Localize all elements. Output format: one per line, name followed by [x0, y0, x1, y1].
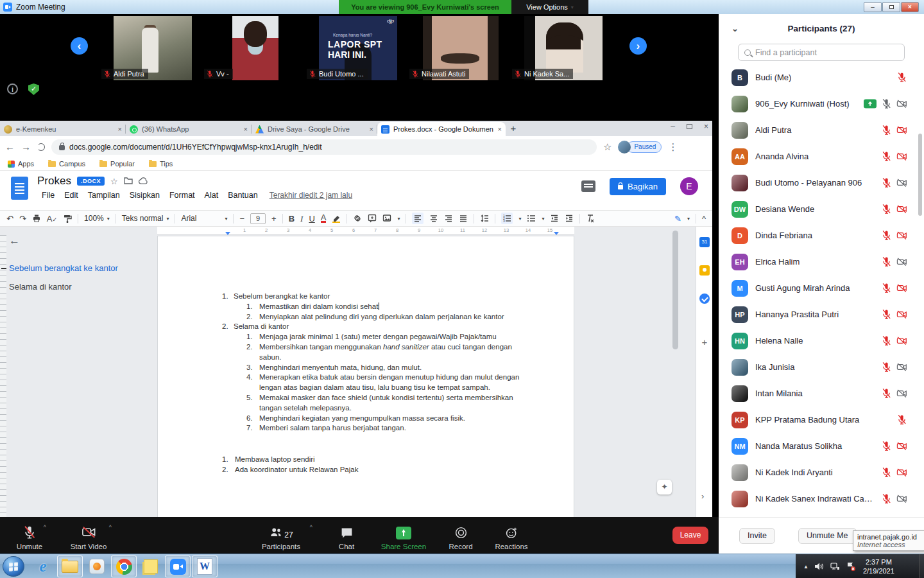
participant-row[interactable]: Aldi Putra — [719, 117, 915, 143]
add-comment-icon[interactable] — [368, 214, 377, 223]
cloud-status-icon[interactable] — [139, 177, 148, 186]
chat-button[interactable]: Chat — [329, 523, 364, 550]
taskbar-media-player[interactable] — [84, 556, 110, 577]
video-tile[interactable]: djp Kenapa harus Nanti? LAPOR SPT HARI I… — [101, 16, 204, 80]
align-center-icon[interactable] — [429, 214, 438, 223]
taskbar-sticky-notes[interactable] — [138, 556, 164, 577]
browser-minimize-button[interactable]: – — [671, 122, 675, 131]
numbered-list-icon[interactable]: 123 — [501, 213, 513, 224]
decrease-indent-icon[interactable] — [550, 214, 559, 223]
bookmark-folder-campus[interactable]: Campus — [48, 160, 85, 168]
invite-button[interactable]: Invite — [739, 528, 775, 544]
bulleted-list-icon[interactable] — [527, 214, 536, 223]
increase-indent-icon[interactable] — [565, 214, 574, 223]
highlight-icon[interactable] — [332, 214, 341, 223]
italic-icon[interactable]: I — [300, 215, 303, 223]
address-bar[interactable]: docs.google.com/document/d/1UH6YEfCfYhpw… — [51, 139, 597, 155]
record-button[interactable]: Record — [441, 523, 480, 550]
participant-row[interactable]: M Gusti Agung Mirah Arinda — [719, 275, 915, 301]
taskbar-clock[interactable]: 2:37 PM 2/19/2021 — [863, 557, 894, 575]
encryption-shield-icon[interactable]: ✓ — [28, 83, 39, 95]
browser-tab[interactable]: e-Kemenkeu × — [0, 122, 126, 136]
menu-format[interactable]: Format — [165, 189, 200, 202]
start-button[interactable] — [3, 556, 24, 577]
bookmark-folder-popular[interactable]: Popular — [99, 160, 135, 168]
keep-icon[interactable] — [699, 265, 710, 276]
bold-icon[interactable]: B — [289, 215, 295, 223]
document-title[interactable]: Prokes — [37, 175, 71, 188]
previous-videos-button[interactable]: ‹ — [71, 37, 88, 55]
collapse-toolbar-icon[interactable]: ^ — [702, 215, 706, 223]
taskbar-chrome[interactable] — [111, 556, 137, 577]
volume-icon[interactable] — [814, 561, 824, 572]
tray-expand-icon[interactable]: ▲ — [803, 564, 809, 570]
close-outline-icon[interactable]: ← — [9, 234, 150, 247]
forward-icon[interactable]: → — [21, 141, 31, 152]
right-margin-marker[interactable] — [554, 232, 559, 235]
participants-scrollbar[interactable] — [918, 134, 922, 216]
participant-row[interactable]: AA Ananda Alvina — [719, 143, 915, 170]
reactions-button[interactable]: Reactions — [489, 523, 534, 550]
bookmark-folder-tips[interactable]: Tips — [149, 160, 173, 168]
menu-file[interactable]: File — [37, 189, 59, 202]
paint-format-icon[interactable] — [63, 214, 72, 223]
back-icon[interactable]: ← — [5, 141, 15, 152]
restore-button[interactable] — [882, 2, 900, 12]
close-button[interactable]: × — [901, 2, 919, 12]
video-tile[interactable]: djp Kenapa harus Nanti? LAPOR SPT HARI I… — [512, 16, 615, 80]
participant-row[interactable]: DW Desiana Wende — [719, 196, 915, 222]
participant-row[interactable]: Ni Kadek Indi Aryanti — [719, 459, 915, 486]
participant-row[interactable]: B Budi (Me) — [719, 64, 915, 91]
last-edited-link[interactable]: Terakhir diedit 2 jam lalu — [270, 189, 352, 202]
text-color-icon[interactable]: A — [321, 215, 327, 223]
bookmark-apps[interactable]: Apps — [8, 160, 34, 168]
participant-row[interactable]: D Dinda Febriana — [719, 222, 915, 249]
collapse-panel-icon[interactable]: ⌄ — [732, 24, 739, 33]
add-addon-icon[interactable]: + — [699, 337, 710, 347]
unmute-me-button[interactable]: Unmute Me — [798, 528, 857, 544]
undo-icon[interactable]: ↶ — [6, 215, 13, 223]
taskbar-file-explorer[interactable] — [57, 556, 83, 577]
tab-close-icon[interactable]: × — [370, 125, 373, 133]
tab-close-icon[interactable]: × — [118, 125, 122, 133]
editing-mode-icon[interactable]: ✎ — [674, 215, 681, 223]
browser-tab[interactable]: Drive Saya - Google Drive × — [252, 122, 377, 136]
font-select[interactable]: Arial▾ — [181, 214, 227, 223]
video-tile[interactable]: djp Kenapa harus Nanti? LAPOR SPT HARI I… — [307, 16, 409, 80]
redo-icon[interactable]: ↷ — [19, 215, 26, 223]
video-tile[interactable]: djp Kenapa harus Nanti? LAPOR SPT HARI I… — [409, 16, 512, 80]
comments-icon[interactable] — [581, 180, 595, 192]
print-icon[interactable] — [32, 214, 41, 223]
tab-close-icon[interactable]: × — [498, 125, 502, 133]
participant-search-input[interactable]: Find a participant — [738, 44, 905, 61]
participant-row[interactable]: KP KPP Pratama Badung Utara — [719, 407, 915, 433]
menu-insert[interactable]: Sisipkan — [125, 189, 164, 202]
vertical-ruler[interactable] — [0, 235, 6, 518]
video-tile[interactable]: djp Kenapa harus Nanti? LAPOR SPT HARI I… — [204, 16, 307, 80]
browser-restore-button[interactable] — [687, 124, 692, 129]
left-margin-marker[interactable] — [225, 232, 230, 235]
document-page[interactable]: 1. Sebelum berangkat ke kantor 1. Memast… — [157, 236, 574, 518]
chevron-right-icon[interactable]: › — [701, 491, 704, 501]
star-document-icon[interactable]: ☆ — [110, 177, 118, 186]
menu-edit[interactable]: Edit — [60, 189, 83, 202]
action-center-flag-icon[interactable] — [846, 561, 856, 572]
justify-icon[interactable] — [459, 214, 468, 223]
menu-help[interactable]: Bantuan — [223, 189, 262, 202]
browser-close-button[interactable]: × — [704, 122, 708, 131]
document-scrollbar[interactable] — [672, 231, 678, 349]
google-docs-icon[interactable] — [11, 177, 28, 200]
spellcheck-icon[interactable]: A✓ — [47, 215, 57, 223]
participant-row[interactable]: NM Nanda Maratus Solikha — [719, 433, 915, 459]
meeting-info-icon[interactable]: i — [7, 83, 18, 94]
clear-formatting-icon[interactable] — [586, 214, 595, 223]
browser-tab[interactable]: Prokes.docx - Google Dokumen × — [377, 122, 506, 136]
participant-row[interactable]: Intan Milania — [719, 380, 915, 407]
participants-button[interactable]: ^ 27 Participants — [253, 523, 309, 550]
share-screen-button[interactable]: Share Screen — [376, 523, 431, 550]
zoom-select[interactable]: 100%▾ — [84, 214, 110, 223]
taskbar-word[interactable]: W — [192, 556, 218, 577]
video-options-caret[interactable]: ^ — [109, 524, 112, 530]
leave-button[interactable]: Leave — [672, 527, 708, 544]
tasks-icon[interactable] — [699, 293, 710, 304]
